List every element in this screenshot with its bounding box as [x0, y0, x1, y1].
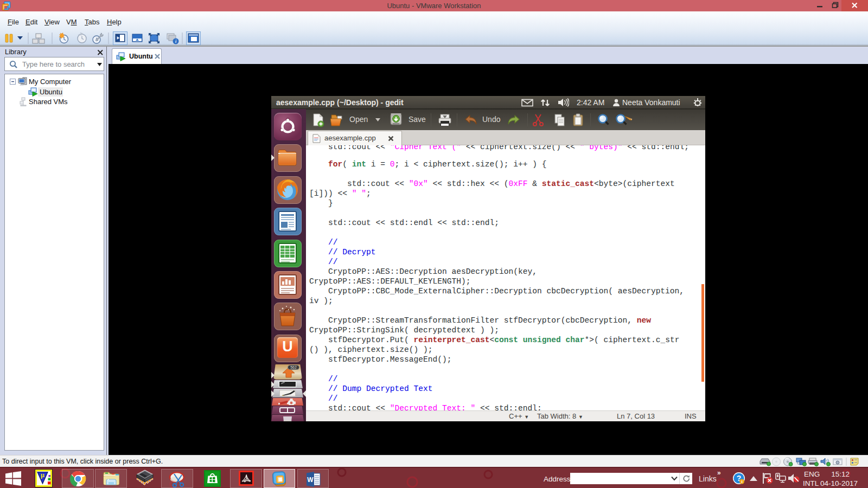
svg-text:i: i: [741, 479, 742, 484]
svg-text:μ: μ: [41, 471, 44, 479]
svg-text:W: W: [307, 476, 314, 484]
